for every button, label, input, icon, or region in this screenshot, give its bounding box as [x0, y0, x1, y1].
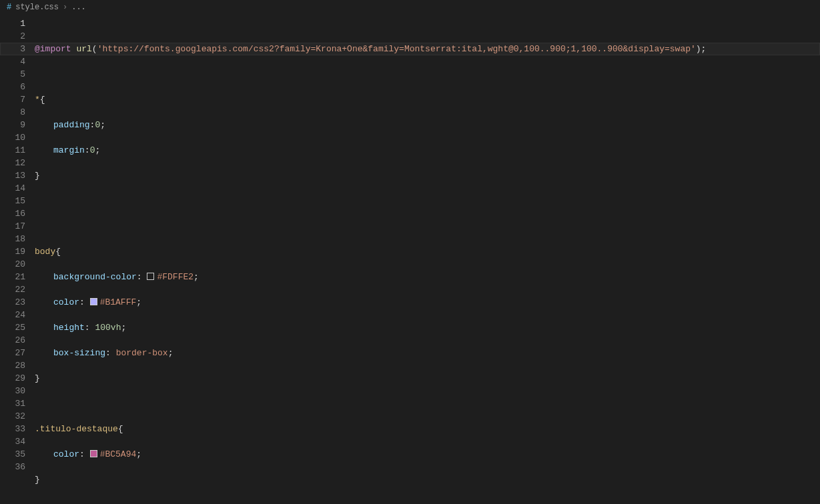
line-number: 11 [0, 144, 25, 157]
line-number: 5 [0, 68, 25, 81]
line-number: 21 [0, 271, 25, 283]
code-line[interactable]: body{ [35, 245, 820, 258]
line-number: 24 [0, 309, 25, 321]
line-number: 4 [0, 55, 25, 68]
line-number: 36 [0, 461, 25, 473]
line-number: 20 [0, 258, 25, 271]
code-line[interactable]: padding:0; [35, 119, 820, 131]
line-number: 35 [0, 448, 25, 461]
color-swatch-icon [147, 273, 154, 280]
line-number: 7 [0, 93, 25, 106]
line-number: 17 [0, 220, 25, 233]
line-number: 34 [0, 435, 25, 448]
line-number: 3 [0, 43, 25, 55]
code-line[interactable]: background-color: #FDFFE2; [35, 271, 820, 283]
code-line[interactable] [35, 220, 820, 233]
chevron-right-icon: › [63, 3, 67, 12]
breadcrumb[interactable]: # style.css › ... [0, 0, 820, 15]
code-line[interactable]: } [35, 169, 820, 182]
code-content[interactable]: @import url('https://fonts.googleapis.co… [35, 15, 820, 504]
code-line[interactable]: .titulo-destaque{ [35, 423, 820, 435]
line-number: 29 [0, 372, 25, 385]
line-number: 10 [0, 131, 25, 144]
code-line[interactable]: color: #B1AFFF; [35, 296, 820, 309]
line-number: 31 [0, 397, 25, 410]
line-number: 28 [0, 359, 25, 372]
color-swatch-icon [90, 298, 97, 305]
code-line[interactable]: } [35, 473, 820, 486]
code-line[interactable]: margin:0; [35, 144, 820, 157]
line-number: 14 [0, 182, 25, 195]
line-number-gutter: 1234567891011121314151617181920212223242… [0, 15, 35, 504]
line-number: 22 [0, 283, 25, 296]
line-number: 9 [0, 119, 25, 131]
line-number: 25 [0, 321, 25, 334]
line-number: 2 [0, 30, 25, 43]
line-number: 13 [0, 169, 25, 182]
code-line[interactable] [35, 68, 820, 81]
line-number: 30 [0, 385, 25, 397]
code-line[interactable] [35, 499, 820, 504]
line-number: 23 [0, 296, 25, 309]
line-number: 33 [0, 423, 25, 435]
code-line[interactable] [35, 195, 820, 207]
color-swatch-icon [90, 450, 97, 457]
line-number: 12 [0, 157, 25, 169]
line-number: 15 [0, 195, 25, 207]
line-number: 18 [0, 233, 25, 245]
code-line[interactable]: height: 100vh; [35, 321, 820, 334]
line-number: 32 [0, 410, 25, 423]
line-number: 26 [0, 334, 25, 347]
code-line[interactable]: @import url('https://fonts.googleapis.co… [35, 43, 820, 55]
code-line[interactable] [35, 397, 820, 410]
css-file-icon: # [7, 3, 11, 12]
line-number: 27 [0, 347, 25, 359]
breadcrumb-trail[interactable]: ... [71, 3, 86, 12]
line-number: 19 [0, 245, 25, 258]
code-line[interactable]: *{ [35, 93, 820, 106]
code-line[interactable]: } [35, 372, 820, 385]
breadcrumb-file[interactable]: style.css [15, 3, 59, 12]
line-number: 16 [0, 207, 25, 220]
line-number: 1 [0, 17, 25, 30]
code-line[interactable]: color: #BC5A94; [35, 448, 820, 461]
code-line[interactable]: box-sizing: border-box; [35, 347, 820, 359]
line-number: 6 [0, 81, 25, 93]
code-editor[interactable]: 1234567891011121314151617181920212223242… [0, 15, 820, 504]
line-number: 8 [0, 106, 25, 119]
